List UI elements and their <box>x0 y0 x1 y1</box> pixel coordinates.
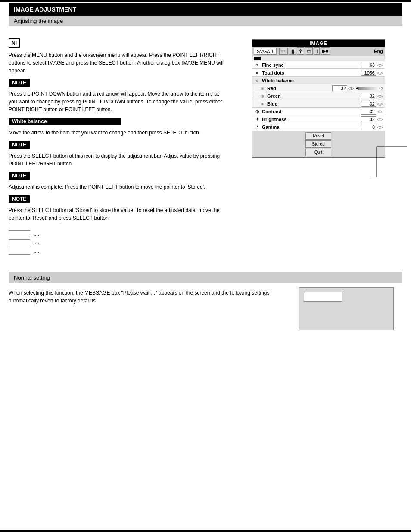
green-icon <box>259 93 266 99</box>
small-dialog-input <box>304 292 342 302</box>
indicator-bar <box>254 57 261 60</box>
image-menu-title: IMAGE <box>252 40 385 47</box>
menu-row-green: Green 32 ◁▷ <box>252 92 385 100</box>
reset-button[interactable]: Reset <box>305 132 331 140</box>
color-sample-row-1: .... <box>9 230 224 237</box>
dots-1: .... <box>34 231 39 237</box>
brightness-label: Brightness <box>262 117 361 122</box>
gamma-icon <box>254 124 261 130</box>
body-text-2: Press the POINT DOWN button and a red ar… <box>9 90 224 113</box>
total-dots-arrows[interactable]: ◁▷ <box>377 71 383 75</box>
top-border <box>0 0 411 2</box>
green-value: 32 <box>361 93 376 99</box>
image-menu-toolbar: SVGA 1 ≈≈ ||| ✛ ▭ ▯ ▶■ Eng <box>252 47 385 56</box>
toolbar-icon-1[interactable]: ≈≈ <box>279 48 288 55</box>
red-arrows[interactable]: ◁▷ <box>348 86 354 90</box>
white-balance-label: White balance <box>262 78 383 83</box>
menu-row-blue: Blue 32 ◁▷ <box>252 100 385 108</box>
blue-label: Blue <box>267 101 361 106</box>
body-text-3: Move the arrow to the item that you want… <box>9 129 224 137</box>
menu-row-brightness: Brightness 32 ◁▷ <box>252 115 385 123</box>
blue-icon <box>259 101 266 107</box>
slider-bar[interactable] <box>358 87 380 90</box>
quit-button[interactable]: Quit <box>305 149 331 156</box>
color-samples: .... .... .... <box>9 230 224 255</box>
slider-circle: ○ <box>381 86 383 90</box>
bottom-border <box>0 530 411 532</box>
fine-sync-value: 63 <box>361 62 376 68</box>
menu-row-contrast: Contrast 32 ◁▷ <box>252 108 385 115</box>
toolbar-svga[interactable]: SVGA 1 <box>254 48 277 55</box>
section-header: IMAGE ADJUSTMENT <box>9 3 402 16</box>
small-dialog <box>299 287 394 330</box>
menu-row-white-balance: White balance <box>252 77 385 84</box>
contrast-icon <box>254 109 261 115</box>
green-label: Green <box>267 93 361 99</box>
menu-row-total-dots: Total dots 1056 ◁▷ <box>252 69 385 77</box>
contrast-arrows[interactable]: ◁▷ <box>377 109 383 114</box>
body-text-4: Press the SELECT button at this icon to … <box>9 152 224 168</box>
total-dots-label: Total dots <box>262 70 361 75</box>
ni-icon: NI <box>9 38 20 48</box>
color-box-3 <box>9 248 30 255</box>
menu-buttons-area: Reset Stored Quit <box>252 131 385 157</box>
fine-sync-arrows[interactable]: ◁▷ <box>377 63 383 67</box>
white-balance-icon <box>254 78 261 84</box>
red-label: Red <box>267 86 332 91</box>
gamma-label: Gamma <box>262 124 361 130</box>
red-icon <box>259 85 266 91</box>
label-note-1: NOTE <box>9 79 30 87</box>
green-arrows[interactable]: ◁▷ <box>377 94 383 98</box>
arrow-diagram <box>368 143 411 194</box>
contrast-label: Contrast <box>262 109 361 114</box>
toolbar-icon-4[interactable]: ▭ <box>305 47 313 55</box>
red-value: 32 <box>332 85 347 91</box>
color-sample-row-2: .... <box>9 239 224 246</box>
bottom-content: When selecting this function, the MESSAG… <box>0 283 411 335</box>
label-note-5: NOTE <box>9 172 30 180</box>
section-subheader: Adjusting the image <box>9 16 402 26</box>
section-subheader-text: Adjusting the image <box>14 18 63 24</box>
image-menu: IMAGE SVGA 1 ≈≈ ||| ✛ ▭ ▯ ▶■ Eng <box>252 39 385 158</box>
body-text-6: Press the SELECT button at 'Stored' to s… <box>9 206 224 222</box>
stored-button[interactable]: Stored <box>305 140 331 148</box>
total-dots-icon <box>254 70 261 76</box>
label-white-balance: White balance <box>9 118 121 125</box>
ni-icon-area: NI <box>9 38 224 48</box>
left-column: NI Press the MENU button and the on-scre… <box>0 31 233 263</box>
menu-row-fine-sync: Fine sync 63 ◁▷ <box>252 61 385 69</box>
toolbar-icon-6[interactable]: ▶■ <box>321 47 330 55</box>
menu-row-gamma: Gamma 8 ◁▷ <box>252 123 385 131</box>
body-text-1: Press the MENU button and the on-screen … <box>9 51 224 75</box>
color-sample-row-3: .... <box>9 248 224 255</box>
contrast-value: 32 <box>361 109 376 115</box>
toolbar-icon-2[interactable]: ||| <box>289 48 296 55</box>
toolbar-icon-5[interactable]: ▯ <box>314 47 320 55</box>
section2-subheader-text: Normal setting <box>14 274 50 281</box>
section2-subheader: Normal setting <box>9 272 402 283</box>
toolbar-icon-3[interactable]: ✛ <box>297 47 304 55</box>
total-dots-value: 1056 <box>361 70 376 76</box>
gamma-value: 8 <box>361 124 376 130</box>
brightness-value: 32 <box>361 116 376 122</box>
menu-row-red: Red 32 ◁▷ ● ○ <box>252 84 385 92</box>
blue-value: 32 <box>361 101 376 107</box>
toolbar-eng: Eng <box>374 49 383 54</box>
brightness-icon <box>254 116 261 122</box>
bottom-right <box>299 287 402 330</box>
body-text-5: Adjustment is complete. Press the POINT … <box>9 183 224 191</box>
label-note-4: NOTE <box>9 141 30 149</box>
red-slider-track: ● ○ <box>356 86 383 90</box>
dots-3: .... <box>34 248 39 254</box>
bottom-section: Normal setting When selecting this funct… <box>0 272 411 335</box>
color-box-2 <box>9 239 30 246</box>
brightness-arrows[interactable]: ◁▷ <box>377 117 383 121</box>
dots-2: .... <box>34 240 39 246</box>
fine-sync-label: Fine sync <box>262 62 361 68</box>
bottom-body-text: When selecting this function, the MESSAG… <box>9 289 290 305</box>
section-header-text: IMAGE ADJUSTMENT <box>14 6 76 13</box>
blue-arrows[interactable]: ◁▷ <box>377 102 383 106</box>
bottom-left: When selecting this function, the MESSAG… <box>9 287 290 330</box>
gamma-arrows[interactable]: ◁▷ <box>377 125 383 129</box>
color-box-1 <box>9 230 30 237</box>
